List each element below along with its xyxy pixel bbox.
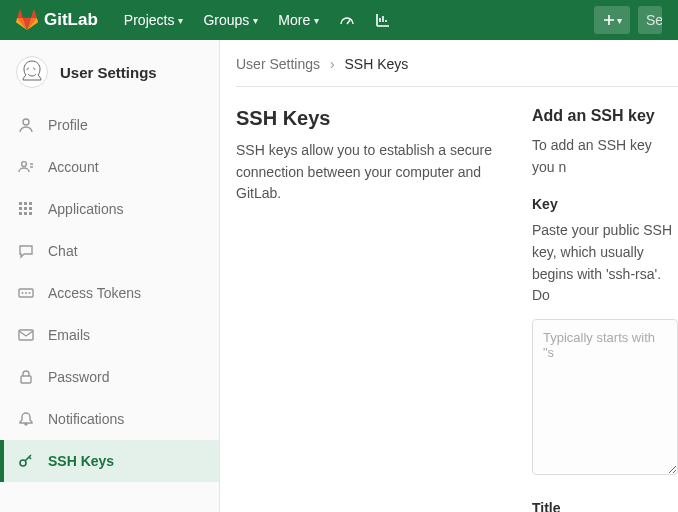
ssh-key-textarea[interactable] [532,319,678,475]
brand-name: GitLab [44,10,98,30]
breadcrumb-current: SSH Keys [345,56,409,72]
svg-rect-11 [29,212,32,215]
new-button[interactable]: ▾ [594,6,630,34]
lock-icon [18,369,34,385]
breadcrumb-root[interactable]: User Settings [236,56,320,72]
svg-rect-5 [29,202,32,205]
svg-rect-17 [21,376,31,383]
sidebar-item-label: Emails [48,327,90,343]
bell-icon [18,411,34,427]
chevron-down-icon: ▾ [617,15,622,26]
sidebar-item-profile[interactable]: Profile [0,104,219,146]
svg-point-13 [22,292,24,294]
svg-point-15 [29,292,31,294]
svg-point-14 [25,292,27,294]
avatar-face-icon [17,57,47,87]
svg-rect-9 [19,212,22,215]
nav-projects[interactable]: Projects ▾ [114,0,194,40]
svg-rect-16 [19,330,33,340]
chevron-down-icon: ▾ [253,15,258,26]
key-hint: Paste your public SSH key, which usually… [532,220,678,307]
search-input[interactable]: Se [638,6,662,34]
chevron-down-icon: ▾ [178,15,183,26]
chevron-down-icon: ▾ [314,15,319,26]
sidebar-item-password[interactable]: Password [0,356,219,398]
sidebar-item-label: Access Tokens [48,285,141,301]
sidebar-item-applications[interactable]: Applications [0,188,219,230]
sidebar-item-label: SSH Keys [48,453,114,469]
nav-dashboard-icon[interactable] [329,0,365,40]
profile-icon [18,117,34,133]
svg-rect-10 [24,212,27,215]
svg-rect-3 [19,202,22,205]
breadcrumb: User Settings › SSH Keys [236,56,678,87]
sidebar-item-label: Account [48,159,99,175]
sidebar-item-emails[interactable]: Emails [0,314,219,356]
sidebar-item-label: Applications [48,201,124,217]
top-navbar: GitLab Projects ▾ Groups ▾ More ▾ ▾ Se [0,0,678,40]
plus-icon [603,14,615,26]
sidebar: User Settings Profile Account Applicatio… [0,40,220,512]
chat-icon [18,243,34,259]
key-icon [18,453,34,469]
svg-point-1 [23,119,29,125]
svg-rect-8 [29,207,32,210]
token-icon [18,285,34,301]
svg-rect-6 [19,207,22,210]
svg-point-0 [18,58,46,86]
svg-rect-4 [24,202,27,205]
nav-groups[interactable]: Groups ▾ [193,0,268,40]
page-description: SSH keys allow you to establish a secure… [236,140,508,205]
sidebar-item-access-tokens[interactable]: Access Tokens [0,272,219,314]
title-label: Title [532,500,678,512]
account-icon [18,159,34,175]
email-icon [18,327,34,343]
sidebar-item-label: Profile [48,117,88,133]
sidebar-item-notifications[interactable]: Notifications [0,398,219,440]
form-intro: To add an SSH key you n [532,135,678,178]
gitlab-icon [16,9,38,31]
nav-more[interactable]: More ▾ [268,0,329,40]
svg-rect-7 [24,207,27,210]
sidebar-item-label: Password [48,369,109,385]
form-heading: Add an SSH key [532,107,678,125]
chevron-right-icon: › [330,56,335,72]
sidebar-item-label: Chat [48,243,78,259]
sidebar-item-label: Notifications [48,411,124,427]
sidebar-header: User Settings [0,40,219,104]
gauge-icon [339,12,355,28]
key-label: Key [532,196,678,212]
sidebar-item-ssh-keys[interactable]: SSH Keys [0,440,219,482]
sidebar-item-chat[interactable]: Chat [0,230,219,272]
applications-icon [18,201,34,217]
sidebar-item-account[interactable]: Account [0,146,219,188]
nav-activity-icon[interactable] [365,0,401,40]
page-title: SSH Keys [236,107,508,130]
avatar[interactable] [16,56,48,88]
svg-point-2 [22,162,27,167]
main-content: User Settings › SSH Keys SSH Keys SSH ke… [220,40,678,512]
chart-icon [375,12,391,28]
sidebar-title: User Settings [60,64,157,81]
gitlab-logo[interactable]: GitLab [16,9,98,31]
